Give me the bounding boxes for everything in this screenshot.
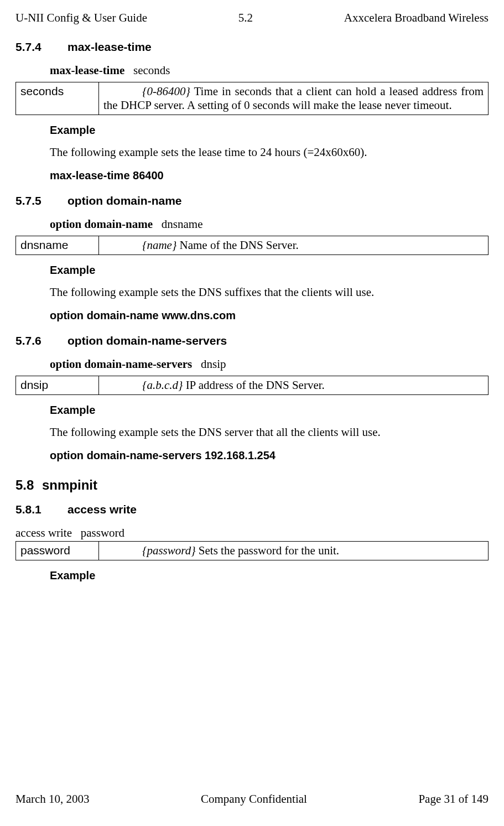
syntax-command: option domain-name-servers: [50, 357, 192, 371]
param-desc: {password} Sets the password for the uni…: [99, 542, 489, 560]
example-heading: Example: [50, 124, 489, 137]
syntax-arg: seconds: [133, 64, 170, 77]
syntax-command: option domain-name: [50, 217, 153, 231]
example-code: option domain-name-servers 192.168.1.254: [50, 449, 489, 462]
param-desc: {name} Name of the DNS Server.: [99, 236, 489, 255]
syntax-arg: dnsip: [201, 357, 226, 371]
example-text: The following example sets the lease tim…: [50, 146, 489, 159]
footer-center: Company Confidential: [201, 792, 307, 806]
section-5-7-4-heading: 5.7.4max-lease-time: [15, 40, 489, 54]
example-text: The following example sets the DNS suffi…: [50, 285, 489, 299]
section-title: max-lease-time: [67, 40, 152, 53]
param-name: seconds: [16, 82, 99, 115]
section-number: 5.7.6: [15, 334, 67, 347]
example-code: option domain-name www.dns.com: [50, 309, 489, 322]
section-5-7-5-heading: 5.7.5option domain-name: [15, 194, 489, 207]
section-number: 5.7.4: [15, 40, 67, 54]
param-name: dnsname: [16, 236, 99, 255]
param-table-seconds: seconds {0-86400} Time in seconds that a…: [15, 82, 489, 115]
syntax-line: max-lease-time seconds: [50, 64, 489, 77]
param-range: {a.b.c.d}: [142, 378, 183, 392]
param-desc: {a.b.c.d} IP address of the DNS Server.: [99, 376, 489, 395]
syntax-line: access write password: [15, 526, 489, 540]
table-row: seconds {0-86400} Time in seconds that a…: [16, 82, 489, 115]
footer-left: March 10, 2003: [15, 792, 90, 806]
param-desc: {0-86400} Time in seconds that a client …: [99, 82, 489, 115]
param-name: dnsip: [16, 376, 99, 395]
section-title: option domain-name: [67, 194, 182, 207]
param-table-dnsip: dnsip {a.b.c.d} IP address of the DNS Se…: [15, 376, 489, 395]
param-range: {0-86400}: [142, 85, 190, 98]
footer-right: Page 31 of 149: [418, 792, 489, 806]
param-name: password: [16, 542, 99, 560]
example-code: max-lease-time 86400: [50, 169, 489, 182]
section-number: 5.8: [15, 477, 42, 493]
table-row: dnsip {a.b.c.d} IP address of the DNS Se…: [16, 376, 489, 395]
section-5-8-1-heading: 5.8.1access write: [15, 503, 489, 516]
table-row: password {password} Sets the password fo…: [16, 542, 489, 560]
header-left: U-NII Config & User Guide: [15, 11, 147, 25]
header-right: Axxcelera Broadband Wireless: [344, 11, 489, 25]
header-center: 5.2: [238, 11, 253, 25]
syntax-line: option domain-name-servers dnsip: [50, 357, 489, 371]
page-header: U-NII Config & User Guide 5.2 Axxcelera …: [15, 11, 489, 25]
param-text: Name of the DNS Server.: [176, 238, 298, 252]
section-number: 5.7.5: [15, 194, 67, 207]
example-heading: Example: [50, 404, 489, 417]
param-range: {name}: [142, 238, 176, 252]
syntax-arg: password: [81, 526, 124, 539]
section-title: option domain-name-servers: [67, 334, 227, 347]
section-5-7-6-heading: 5.7.6option domain-name-servers: [15, 334, 489, 347]
syntax-arg: dnsname: [162, 217, 203, 231]
syntax-line: option domain-name dnsname: [50, 217, 489, 231]
param-range: {password}: [142, 544, 196, 557]
syntax-command: max-lease-time: [50, 64, 124, 77]
section-5-8-heading: 5.8snmpinit: [15, 477, 489, 493]
syntax-command: access write: [15, 526, 72, 539]
example-heading: Example: [50, 569, 489, 582]
section-title: access write: [67, 503, 137, 516]
param-text: IP address of the DNS Server.: [183, 378, 324, 392]
example-text: The following example sets the DNS serve…: [50, 425, 489, 439]
param-table-dnsname: dnsname {name} Name of the DNS Server.: [15, 236, 489, 255]
section-number: 5.8.1: [15, 503, 67, 516]
table-row: dnsname {name} Name of the DNS Server.: [16, 236, 489, 255]
param-table-password: password {password} Sets the password fo…: [15, 541, 489, 560]
param-text: Sets the password for the unit.: [196, 544, 340, 557]
page-footer: March 10, 2003 Company Confidential Page…: [15, 792, 489, 806]
section-title: snmpinit: [42, 477, 97, 492]
example-heading: Example: [50, 264, 489, 277]
